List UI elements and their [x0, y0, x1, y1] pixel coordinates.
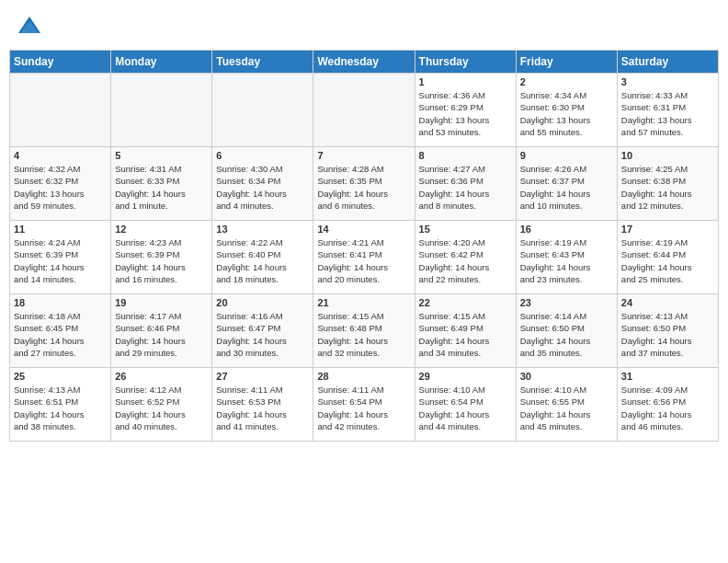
day-info: Sunrise: 4:32 AM Sunset: 6:32 PM Dayligh…	[14, 163, 107, 212]
day-number: 31	[621, 371, 714, 382]
day-info: Sunrise: 4:22 AM Sunset: 6:40 PM Dayligh…	[216, 236, 309, 285]
day-info: Sunrise: 4:15 AM Sunset: 6:48 PM Dayligh…	[317, 310, 410, 359]
calendar-cell: 11Sunrise: 4:24 AM Sunset: 6:39 PM Dayli…	[10, 221, 111, 294]
day-number: 20	[216, 297, 309, 308]
day-info: Sunrise: 4:36 AM Sunset: 6:29 PM Dayligh…	[419, 89, 512, 138]
day-info: Sunrise: 4:28 AM Sunset: 6:35 PM Dayligh…	[317, 163, 410, 212]
calendar-cell: 12Sunrise: 4:23 AM Sunset: 6:39 PM Dayli…	[111, 221, 212, 294]
calendar-cell: 3Sunrise: 4:33 AM Sunset: 6:31 PM Daylig…	[617, 74, 718, 147]
calendar-day-header: Monday	[111, 51, 212, 74]
calendar-cell: 10Sunrise: 4:25 AM Sunset: 6:38 PM Dayli…	[617, 147, 718, 221]
calendar-cell	[10, 74, 111, 147]
day-info: Sunrise: 4:15 AM Sunset: 6:49 PM Dayligh…	[419, 310, 512, 359]
day-info: Sunrise: 4:26 AM Sunset: 6:37 PM Dayligh…	[520, 163, 613, 212]
day-info: Sunrise: 4:11 AM Sunset: 6:53 PM Dayligh…	[216, 384, 309, 432]
day-number: 26	[115, 371, 208, 382]
calendar-cell	[313, 74, 415, 147]
calendar-cell: 28Sunrise: 4:11 AM Sunset: 6:54 PM Dayli…	[313, 368, 415, 442]
calendar-cell	[212, 74, 313, 147]
day-number: 25	[14, 371, 107, 382]
logo-icon	[17, 13, 42, 39]
calendar-week-row: 4Sunrise: 4:32 AM Sunset: 6:32 PM Daylig…	[10, 147, 719, 221]
calendar-cell: 6Sunrise: 4:30 AM Sunset: 6:34 PM Daylig…	[212, 147, 313, 221]
day-number: 27	[216, 371, 309, 382]
calendar-cell: 26Sunrise: 4:12 AM Sunset: 6:52 PM Dayli…	[111, 368, 212, 442]
calendar-day-header: Thursday	[415, 51, 516, 74]
calendar-cell: 4Sunrise: 4:32 AM Sunset: 6:32 PM Daylig…	[10, 147, 111, 221]
calendar-cell: 25Sunrise: 4:13 AM Sunset: 6:51 PM Dayli…	[10, 368, 111, 442]
day-number: 9	[520, 150, 613, 161]
day-info: Sunrise: 4:19 AM Sunset: 6:44 PM Dayligh…	[621, 236, 714, 285]
calendar-cell: 29Sunrise: 4:10 AM Sunset: 6:54 PM Dayli…	[415, 368, 516, 442]
day-info: Sunrise: 4:17 AM Sunset: 6:46 PM Dayligh…	[115, 310, 208, 359]
day-number: 15	[419, 224, 512, 235]
calendar-cell: 2Sunrise: 4:34 AM Sunset: 6:30 PM Daylig…	[516, 74, 617, 147]
day-number: 23	[520, 297, 613, 308]
calendar-day-header: Wednesday	[313, 51, 415, 74]
day-info: Sunrise: 4:19 AM Sunset: 6:43 PM Dayligh…	[520, 236, 613, 285]
day-number: 7	[317, 150, 410, 161]
calendar-day-header: Friday	[516, 51, 617, 74]
page-header	[9, 9, 719, 42]
day-number: 16	[520, 224, 613, 235]
day-info: Sunrise: 4:11 AM Sunset: 6:54 PM Dayligh…	[317, 384, 410, 432]
day-number: 14	[317, 224, 410, 235]
day-number: 19	[115, 297, 208, 308]
day-number: 22	[419, 297, 512, 308]
day-info: Sunrise: 4:20 AM Sunset: 6:42 PM Dayligh…	[419, 236, 512, 285]
calendar-cell: 30Sunrise: 4:10 AM Sunset: 6:55 PM Dayli…	[516, 368, 617, 442]
day-number: 6	[216, 150, 309, 161]
day-info: Sunrise: 4:14 AM Sunset: 6:50 PM Dayligh…	[520, 310, 613, 359]
day-number: 1	[419, 76, 512, 87]
day-info: Sunrise: 4:12 AM Sunset: 6:52 PM Dayligh…	[115, 384, 208, 432]
calendar-week-row: 25Sunrise: 4:13 AM Sunset: 6:51 PM Dayli…	[10, 368, 719, 442]
day-number: 2	[520, 76, 613, 87]
day-number: 17	[621, 224, 714, 235]
calendar-cell: 8Sunrise: 4:27 AM Sunset: 6:36 PM Daylig…	[415, 147, 516, 221]
calendar-cell: 24Sunrise: 4:13 AM Sunset: 6:50 PM Dayli…	[617, 294, 718, 368]
day-info: Sunrise: 4:18 AM Sunset: 6:45 PM Dayligh…	[14, 310, 107, 359]
calendar-cell: 20Sunrise: 4:16 AM Sunset: 6:47 PM Dayli…	[212, 294, 313, 368]
calendar-header-row: SundayMondayTuesdayWednesdayThursdayFrid…	[10, 51, 719, 74]
calendar-cell: 14Sunrise: 4:21 AM Sunset: 6:41 PM Dayli…	[313, 221, 415, 294]
day-info: Sunrise: 4:13 AM Sunset: 6:51 PM Dayligh…	[14, 384, 107, 432]
calendar-cell	[111, 74, 212, 147]
day-info: Sunrise: 4:27 AM Sunset: 6:36 PM Dayligh…	[419, 163, 512, 212]
day-number: 8	[419, 150, 512, 161]
day-info: Sunrise: 4:23 AM Sunset: 6:39 PM Dayligh…	[115, 236, 208, 285]
day-info: Sunrise: 4:10 AM Sunset: 6:55 PM Dayligh…	[520, 384, 613, 432]
day-info: Sunrise: 4:24 AM Sunset: 6:39 PM Dayligh…	[14, 236, 107, 285]
calendar-cell: 1Sunrise: 4:36 AM Sunset: 6:29 PM Daylig…	[415, 74, 516, 147]
calendar-cell: 31Sunrise: 4:09 AM Sunset: 6:56 PM Dayli…	[617, 368, 718, 442]
calendar-cell: 5Sunrise: 4:31 AM Sunset: 6:33 PM Daylig…	[111, 147, 212, 221]
day-info: Sunrise: 4:21 AM Sunset: 6:41 PM Dayligh…	[317, 236, 410, 285]
day-number: 28	[317, 371, 410, 382]
calendar-week-row: 11Sunrise: 4:24 AM Sunset: 6:39 PM Dayli…	[10, 221, 719, 294]
calendar-cell: 23Sunrise: 4:14 AM Sunset: 6:50 PM Dayli…	[516, 294, 617, 368]
calendar-cell: 15Sunrise: 4:20 AM Sunset: 6:42 PM Dayli…	[415, 221, 516, 294]
calendar-cell: 18Sunrise: 4:18 AM Sunset: 6:45 PM Dayli…	[10, 294, 111, 368]
day-info: Sunrise: 4:25 AM Sunset: 6:38 PM Dayligh…	[621, 163, 714, 212]
calendar-week-row: 18Sunrise: 4:18 AM Sunset: 6:45 PM Dayli…	[10, 294, 719, 368]
calendar-cell: 21Sunrise: 4:15 AM Sunset: 6:48 PM Dayli…	[313, 294, 415, 368]
calendar-week-row: 1Sunrise: 4:36 AM Sunset: 6:29 PM Daylig…	[10, 74, 719, 147]
calendar-body: 1Sunrise: 4:36 AM Sunset: 6:29 PM Daylig…	[10, 74, 719, 442]
day-number: 13	[216, 224, 309, 235]
day-number: 4	[14, 150, 107, 161]
calendar-day-header: Saturday	[617, 51, 718, 74]
day-number: 5	[115, 150, 208, 161]
calendar-cell: 22Sunrise: 4:15 AM Sunset: 6:49 PM Dayli…	[415, 294, 516, 368]
calendar-cell: 19Sunrise: 4:17 AM Sunset: 6:46 PM Dayli…	[111, 294, 212, 368]
day-number: 12	[115, 224, 208, 235]
day-number: 24	[621, 297, 714, 308]
calendar-table: SundayMondayTuesdayWednesdayThursdayFrid…	[9, 50, 719, 442]
logo	[17, 13, 46, 39]
calendar-day-header: Sunday	[10, 51, 111, 74]
day-info: Sunrise: 4:33 AM Sunset: 6:31 PM Dayligh…	[621, 89, 714, 138]
calendar-day-header: Tuesday	[212, 51, 313, 74]
calendar-cell: 13Sunrise: 4:22 AM Sunset: 6:40 PM Dayli…	[212, 221, 313, 294]
day-number: 18	[14, 297, 107, 308]
calendar-cell: 7Sunrise: 4:28 AM Sunset: 6:35 PM Daylig…	[313, 147, 415, 221]
day-info: Sunrise: 4:34 AM Sunset: 6:30 PM Dayligh…	[520, 89, 613, 138]
calendar-cell: 27Sunrise: 4:11 AM Sunset: 6:53 PM Dayli…	[212, 368, 313, 442]
